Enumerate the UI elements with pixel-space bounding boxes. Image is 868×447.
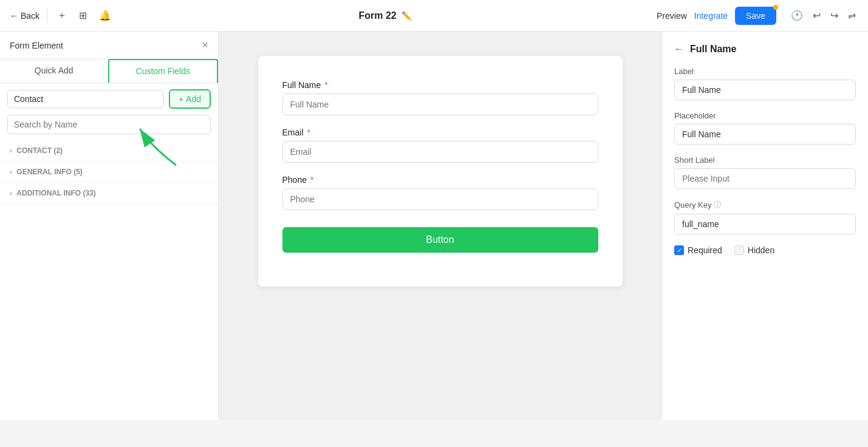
add-custom-field-button[interactable]: + Add	[169, 89, 211, 109]
edit-title-icon[interactable]: ✏️	[402, 11, 412, 21]
placeholder-section: Placeholder	[674, 111, 856, 145]
undo-button[interactable]: ↩	[810, 7, 823, 24]
chevron-right-icon: ›	[10, 148, 12, 154]
full-name-label: Full Name *	[282, 80, 598, 90]
group-additional-info[interactable]: › ADDITIONAL INFO (33)	[0, 183, 218, 204]
right-panel-header: ← Full Name	[674, 44, 856, 55]
checkboxes-row: ✓ Required Hidden	[674, 245, 856, 255]
canvas-area: Full Name * Email * Phone *	[219, 32, 661, 420]
chevron-right-icon: ›	[10, 190, 12, 197]
chevron-right-icon: ›	[10, 169, 12, 176]
form-field-phone: Phone *	[282, 175, 598, 210]
label-section: Label	[674, 67, 856, 100]
hidden-label: Hidden	[748, 245, 774, 255]
email-input[interactable]	[282, 141, 598, 163]
query-key-section: Query Key ⓘ	[674, 200, 856, 234]
submit-button[interactable]: Button	[282, 227, 598, 253]
hidden-checkbox-item[interactable]: Hidden	[734, 245, 774, 255]
back-label: Back	[21, 11, 39, 21]
notification-button[interactable]: 🔔	[97, 7, 114, 24]
plus-icon: +	[179, 94, 183, 104]
top-bar-left: ← Back ＋ ⊞ 🔔	[10, 7, 114, 24]
save-button[interactable]: Save	[735, 7, 776, 25]
form-title-area: Form 22 ✏️	[358, 10, 411, 21]
history-button[interactable]: 🕐	[788, 7, 805, 24]
search-row	[0, 115, 218, 140]
panel-title: Form Element	[10, 41, 63, 50]
tab-quick-add[interactable]: Quick Add	[0, 60, 108, 83]
top-right-icons: 🕐 ↩ ↪ ⇌	[788, 7, 858, 24]
left-panel: Form Element × Quick Add Custom Fields C…	[0, 32, 219, 420]
category-dropdown[interactable]: Contact General Info Additional Info	[7, 90, 164, 108]
group-general-info-label: GENERAL INFO (5)	[16, 168, 82, 176]
short-label-section: Short Label	[674, 155, 856, 189]
tab-custom-fields[interactable]: Custom Fields	[108, 59, 219, 83]
group-general-info[interactable]: › GENERAL INFO (5)	[0, 162, 218, 183]
short-label-input[interactable]	[674, 168, 856, 189]
back-arrow-icon: ←	[10, 11, 18, 21]
phone-input[interactable]	[282, 188, 598, 210]
add-element-button[interactable]: ＋	[55, 7, 69, 24]
required-star: *	[307, 128, 310, 137]
field-groups: › CONTACT (2) › GENERAL INFO (5) › ADDIT…	[0, 140, 218, 420]
form-field-full-name: Full Name *	[282, 80, 598, 115]
email-label: Email *	[282, 128, 598, 137]
form-title: Form 22	[358, 10, 396, 21]
divider	[47, 9, 47, 23]
required-checkbox-item[interactable]: ✓ Required	[674, 245, 722, 255]
group-contact-label: CONTACT (2)	[16, 146, 63, 155]
top-bar-right: Preview Integrate Save 🕐 ↩ ↪ ⇌	[657, 7, 858, 25]
placeholder-input[interactable]	[674, 124, 856, 145]
right-panel: ← Full Name Label Placeholder Short Labe…	[661, 32, 868, 420]
controls-row: Contact General Info Additional Info + A…	[0, 83, 218, 115]
right-panel-title: Full Name	[690, 44, 736, 55]
redo-button[interactable]: ↪	[828, 7, 841, 24]
add-label: Add	[186, 94, 201, 104]
short-label-field-label: Short Label	[674, 155, 856, 165]
layout-button[interactable]: ⊞	[77, 7, 89, 24]
search-input[interactable]	[7, 115, 211, 134]
save-badge	[773, 5, 778, 10]
right-back-button[interactable]: ←	[674, 44, 684, 55]
label-field-label: Label	[674, 67, 856, 76]
preview-button[interactable]: Preview	[657, 11, 687, 21]
phone-label: Phone *	[282, 175, 598, 185]
panel-header: Form Element ×	[0, 32, 218, 60]
required-star: *	[310, 175, 313, 185]
full-name-input[interactable]	[282, 94, 598, 115]
integrate-button[interactable]: Integrate	[694, 11, 728, 21]
required-star: *	[324, 80, 327, 90]
info-icon: ⓘ	[714, 200, 721, 210]
split-view-button[interactable]: ⇌	[846, 7, 858, 24]
form-field-email: Email *	[282, 128, 598, 163]
query-key-label-row: Query Key ⓘ	[674, 200, 856, 210]
form-card: Full Name * Email * Phone *	[258, 56, 623, 287]
placeholder-field-label: Placeholder	[674, 111, 856, 120]
main-layout: Form Element × Quick Add Custom Fields C…	[0, 32, 868, 420]
panel-tabs: Quick Add Custom Fields	[0, 60, 218, 83]
query-key-input[interactable]	[674, 214, 856, 234]
required-label: Required	[688, 245, 722, 255]
hidden-checkbox[interactable]	[734, 245, 744, 255]
label-input[interactable]	[674, 80, 856, 100]
back-button[interactable]: ← Back	[10, 11, 39, 21]
close-panel-button[interactable]: ×	[202, 39, 208, 52]
top-bar: ← Back ＋ ⊞ 🔔 Form 22 ✏️ Preview Integrat…	[0, 0, 868, 32]
group-additional-info-label: ADDITIONAL INFO (33)	[16, 189, 95, 197]
group-contact[interactable]: › CONTACT (2)	[0, 140, 218, 162]
required-checkbox[interactable]: ✓	[674, 245, 684, 255]
